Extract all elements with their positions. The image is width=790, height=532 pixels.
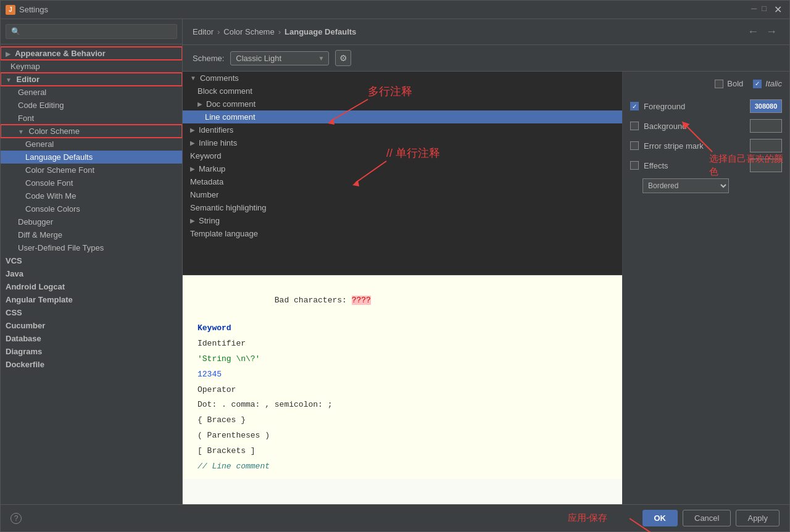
bottom-bar: ? 应用-保存 OK Cancel Apply [1,504,789,531]
sidebar-item-cs-general[interactable]: General [1,138,182,151]
tree-item-inline-hints[interactable]: ▶ Inline hints [183,136,622,149]
right-panel: Editor › Color Scheme › Language Default… [183,19,789,504]
bold-checkbox[interactable] [715,80,723,88]
foreground-row: Foreground 308080 [630,99,782,113]
preview-braces: { Braces } [190,413,615,428]
window-title: Settings [19,5,751,14]
tree-item-metadata[interactable]: Metadata [183,175,622,188]
sidebar-item-cs-font[interactable]: Color Scheme Font [1,164,182,177]
apply-save-label-area: 应用-保存 [568,512,633,524]
preview-container: Bad characters: ???? Keyword Identifier … [183,275,622,479]
sidebar-item-database[interactable]: Database [1,332,182,345]
effects-type-select[interactable]: Bordered [642,178,729,193]
preview-number: 12345 [190,367,615,383]
nav-arrows: ← → [745,24,780,39]
tree-item-semantic[interactable]: Semantic highlighting [183,201,622,214]
help-icon[interactable]: ? [10,513,22,524]
apply-button[interactable]: Apply [736,510,780,526]
expand-arrow: ▶ [190,217,195,224]
breadcrumb-language-defaults: Language Defaults [285,27,356,36]
preview-operator: Operator [190,383,615,398]
tree-item-line-comment[interactable]: Line comment [183,110,622,123]
gear-button[interactable]: ⚙ [335,50,351,66]
cancel-button[interactable]: Cancel [683,510,731,526]
background-row: Background [630,119,782,133]
tree-item-number[interactable]: Number [183,188,622,201]
tree-item-keyword[interactable]: Keyword [183,149,622,162]
foreground-label: Foreground [644,102,745,111]
tree-item-doc-comment[interactable]: ▶ Doc comment [183,98,622,110]
background-label: Background [644,122,745,131]
tree-item-string[interactable]: ▶ String [183,214,622,227]
svg-line-5 [630,518,657,532]
background-checkbox[interactable] [630,122,639,130]
expand-arrow: ▶ [190,139,195,146]
italic-checkbox[interactable] [753,80,762,88]
effects-label: Effects [644,161,745,170]
sidebar-item-diagrams[interactable]: Diagrams [1,345,182,358]
effects-color-swatch[interactable] [750,159,782,172]
effects-checkbox[interactable] [630,161,639,170]
sidebar-tree: ▶ Appearance & Behavior Keymap ▼ Editor … [1,44,182,504]
tree-item-block-comment[interactable]: Block comment [183,85,622,98]
sidebar-item-code-with-me[interactable]: Code With Me [1,189,182,202]
expand-arrow: ▶ [190,127,195,133]
breadcrumb-sep2: › [278,27,281,36]
error-stripe-color-swatch[interactable] [750,139,782,152]
sidebar-item-dockerfile[interactable]: Dockerfile [1,358,182,371]
foreground-checkbox[interactable] [630,102,639,110]
scheme-dropdown: Classic Light [230,51,329,65]
expand-arrow-cs: ▼ [18,128,24,135]
scheme-select[interactable]: Classic Light [230,51,329,65]
sidebar-item-android-logcat[interactable]: Android Logcat [1,280,182,293]
sidebar-item-css[interactable]: CSS [1,306,182,319]
sidebar-item-editor[interactable]: ▼ Editor [1,73,182,86]
expand-arrow: ▶ [198,101,202,107]
breadcrumb-color-scheme: Color Scheme [223,27,274,36]
tree-item-template-language[interactable]: Template language [183,227,622,240]
sidebar-item-language-defaults[interactable]: Language Defaults [1,151,182,164]
effects-row: Effects [630,159,782,172]
sidebar-item-keymap[interactable]: Keymap [1,60,182,73]
sidebar-item-console-font[interactable]: Console Font [1,177,182,189]
close-btn[interactable]: ✕ [771,4,784,15]
nav-forward-btn[interactable]: → [763,24,780,39]
sidebar-item-console-colors[interactable]: Console Colors [1,202,182,215]
sidebar-item-java[interactable]: Java [1,267,182,280]
tree-item-markup[interactable]: ▶ Markup [183,162,622,175]
sidebar-item-font[interactable]: Font [1,112,182,125]
minimize-btn[interactable]: ─ [751,4,757,15]
nav-back-btn[interactable]: ← [745,24,761,39]
background-color-swatch[interactable] [750,119,782,133]
sidebar-item-debugger[interactable]: Debugger [1,215,182,228]
foreground-color-swatch[interactable]: 308080 [750,99,782,113]
foreground-color-value: 308080 [755,102,778,110]
maximize-btn[interactable]: □ [762,4,767,15]
tree-item-identifiers[interactable]: ▶ Identifiers [183,123,622,136]
sidebar-item-user-defined[interactable]: User-Defined File Types [1,241,182,254]
breadcrumb-sep1: › [217,27,220,36]
breadcrumb-editor: Editor [193,27,214,36]
apply-save-text: 应用-保存 [568,512,608,524]
preview-dot-comma: Dot: . comma: , semicolon: ; [190,397,615,413]
error-stripe-checkbox[interactable] [630,141,639,150]
sidebar-item-appearance[interactable]: ▶ Appearance & Behavior [1,47,182,60]
scheme-label: Scheme: [193,54,224,63]
title-bar: J Settings ─ □ ✕ [1,1,789,19]
preview-string: 'String \n\?' [190,352,615,367]
search-input[interactable] [6,24,177,39]
expand-arrow: ▼ [190,75,196,81]
expand-arrow-editor: ▼ [6,77,12,83]
settings-window: J Settings ─ □ ✕ ▶ Appearance & Behavior [0,0,790,532]
expand-arrow: ▶ [190,165,195,172]
sidebar-item-vcs[interactable]: VCS [1,254,182,267]
sidebar-item-diff-merge[interactable]: Diff & Merge [1,228,182,241]
tree-panel: ▼ Comments Block comment ▶ Doc comment L… [183,72,622,275]
sidebar-item-code-editing[interactable]: Code Editing [1,99,182,112]
preview-bad-chars: Bad characters: ???? [190,280,615,321]
sidebar-item-angular[interactable]: Angular Template [1,293,182,306]
tree-item-comments[interactable]: ▼ Comments [183,72,622,85]
sidebar-item-color-scheme[interactable]: ▼ Color Scheme [1,125,182,138]
sidebar-item-cucumber[interactable]: Cucumber [1,319,182,332]
sidebar-item-general[interactable]: General [1,86,182,99]
